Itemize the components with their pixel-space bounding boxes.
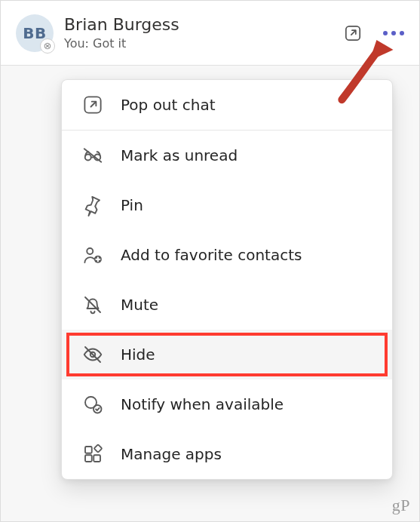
menu-item-label: Add to favorite contacts	[121, 246, 302, 264]
more-options-button[interactable]	[380, 20, 407, 47]
menu-item-label: Notify when available	[121, 395, 284, 413]
menu-item-mark-unread[interactable]: Mark as unread	[62, 130, 392, 180]
bell-off-icon	[81, 293, 104, 316]
popout-chat-button[interactable]	[339, 20, 366, 47]
menu-item-popout[interactable]: Pop out chat	[62, 80, 392, 130]
menu-item-label: Mute	[121, 296, 158, 314]
chat-contact-name: Brian Burgess	[64, 15, 329, 35]
chat-context-menu: Pop out chat Mark as unread Pin	[61, 79, 393, 480]
svg-rect-11	[85, 455, 92, 462]
menu-item-mute[interactable]: Mute	[62, 280, 392, 330]
menu-item-label: Mark as unread	[121, 146, 238, 164]
ellipsis-icon	[383, 31, 388, 35]
watermark: gP	[392, 496, 410, 515]
svg-rect-12	[94, 444, 103, 453]
glasses-off-icon	[81, 144, 104, 167]
avatar: BB ⊗	[16, 14, 54, 52]
chat-list-item[interactable]: BB ⊗ Brian Burgess You: Got it	[1, 1, 419, 66]
apps-icon	[81, 443, 104, 465]
svg-rect-9	[85, 447, 92, 453]
menu-item-label: Pin	[121, 196, 143, 214]
popout-icon	[81, 94, 104, 116]
menu-item-label: Pop out chat	[121, 96, 216, 114]
ellipsis-icon	[391, 31, 396, 35]
presence-notify-icon	[81, 393, 104, 416]
add-contact-icon	[81, 244, 104, 266]
menu-item-label: Hide	[121, 345, 155, 364]
chat-row-actions	[339, 20, 407, 47]
menu-item-pin[interactable]: Pin	[62, 180, 392, 230]
menu-item-add-favorite[interactable]: Add to favorite contacts	[62, 230, 392, 280]
pin-icon	[81, 194, 104, 216]
ellipsis-icon	[400, 31, 404, 35]
eye-off-icon	[81, 343, 104, 366]
menu-item-label: Manage apps	[121, 445, 222, 463]
svg-rect-10	[94, 455, 100, 462]
menu-item-notify-available[interactable]: Notify when available	[62, 379, 392, 429]
menu-item-manage-apps[interactable]: Manage apps	[62, 429, 392, 479]
chat-meta: Brian Burgess You: Got it	[64, 15, 329, 51]
svg-point-4	[87, 248, 93, 254]
presence-offline-icon: ⊗	[40, 38, 55, 54]
chat-message-preview: You: Got it	[64, 36, 329, 51]
menu-item-hide[interactable]: Hide	[62, 330, 392, 379]
popout-icon	[343, 23, 363, 43]
